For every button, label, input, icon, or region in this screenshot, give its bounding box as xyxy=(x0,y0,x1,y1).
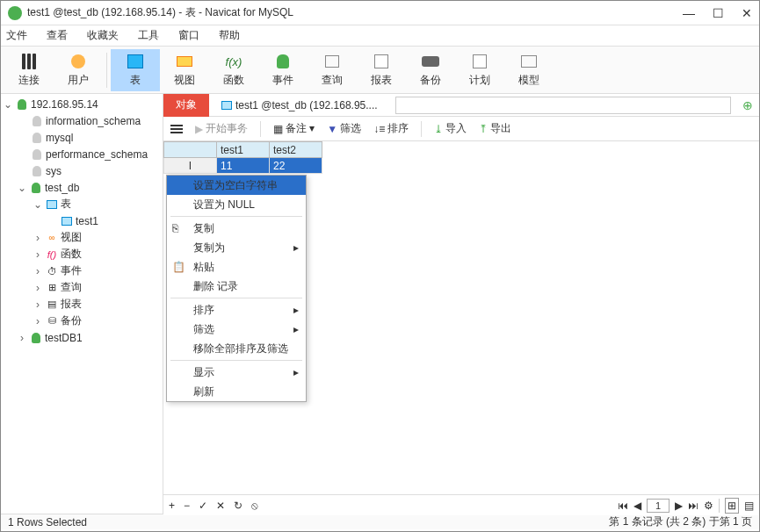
menu-help[interactable]: 帮助 xyxy=(219,28,240,43)
tree-views[interactable]: ›∞视图 xyxy=(1,229,163,246)
menu-favorites[interactable]: 收藏夹 xyxy=(87,28,119,43)
toolbar-table[interactable]: 表 xyxy=(111,49,160,91)
toolbar-function[interactable]: f(x)函数 xyxy=(209,49,258,91)
export-button[interactable]: ⤒导出 xyxy=(479,121,511,136)
minimize-button[interactable]: — xyxy=(683,6,695,20)
tree-backups[interactable]: ›⛁备份 xyxy=(1,313,163,329)
tree-tables-folder[interactable]: ⌄表 xyxy=(1,196,163,212)
menu-set-null[interactable]: 设置为 NULL xyxy=(167,195,306,214)
menu-refresh[interactable]: 刷新 xyxy=(167,382,306,401)
tree-db-item[interactable]: information_schema xyxy=(1,112,163,129)
tab-objects[interactable]: 对象 xyxy=(163,94,209,117)
prev-page-button[interactable]: ◀ xyxy=(633,500,641,512)
next-page-button[interactable]: ▶ xyxy=(675,500,683,512)
delete-row-button[interactable]: − xyxy=(184,500,190,512)
new-tab-button[interactable]: ⊕ xyxy=(736,98,759,112)
menu-paste[interactable]: 📋粘贴 xyxy=(167,257,306,277)
menu-icon[interactable] xyxy=(170,125,183,133)
toolbar-event[interactable]: 事件 xyxy=(258,49,308,91)
memo-button[interactable]: ▦备注 ▾ xyxy=(273,121,315,136)
cell[interactable]: 11 xyxy=(217,158,270,174)
menu-copy-as[interactable]: 复制为▸ xyxy=(167,238,306,257)
toolbar-report[interactable]: 报表 xyxy=(357,49,406,91)
cancel-button[interactable]: ✕ xyxy=(216,500,225,512)
menu-set-empty-string[interactable]: 设置为空白字符串 xyxy=(167,176,306,195)
tree-db-closed[interactable]: ›testDB1 xyxy=(1,329,163,346)
tree-db-item[interactable]: sys xyxy=(1,162,163,179)
menu-delete-record[interactable]: 删除 记录 xyxy=(167,277,306,296)
menubar: 文件 查看 收藏夹 工具 窗口 帮助 xyxy=(1,25,759,47)
toolbar-connection[interactable]: 连接 xyxy=(4,49,54,91)
toolbar-model[interactable]: 模型 xyxy=(504,49,554,91)
begin-transaction-button[interactable]: ▶开始事务 xyxy=(195,121,248,136)
tree-connection-label: 192.168.95.14 xyxy=(31,98,98,111)
tree-db-item[interactable]: mysql xyxy=(1,129,163,146)
tree-queries[interactable]: ›⊞查询 xyxy=(1,279,163,296)
menu-copy[interactable]: ⎘复制 xyxy=(167,219,306,238)
page-input[interactable]: 1 xyxy=(647,499,670,513)
status-record-info: 第 1 条记录 (共 2 条) 于第 1 页 xyxy=(609,514,752,529)
menu-tools[interactable]: 工具 xyxy=(138,28,159,43)
apply-button[interactable]: ✓ xyxy=(199,500,207,512)
tree-db-item[interactable]: performance_schema xyxy=(1,146,163,162)
sidebar: ⌄ 192.168.95.14 information_schema mysql… xyxy=(1,94,163,514)
menu-view[interactable]: 查看 xyxy=(47,28,68,43)
menu-remove-sort-filter[interactable]: 移除全部排序及筛选 xyxy=(167,339,306,358)
tree-db-open[interactable]: ⌄test_db xyxy=(1,179,163,196)
first-page-button[interactable]: ⏮ xyxy=(618,500,628,512)
paste-icon: 📋 xyxy=(172,261,185,273)
toolbar-user[interactable]: 用户 xyxy=(54,49,103,91)
copy-icon: ⎘ xyxy=(172,222,185,234)
sort-button[interactable]: ↓≡排序 xyxy=(373,121,409,136)
search-input[interactable] xyxy=(395,97,731,114)
grid-view-button[interactable]: ⊞ xyxy=(725,498,739,514)
tree-table-item[interactable]: test1 xyxy=(1,212,163,229)
menu-file[interactable]: 文件 xyxy=(6,28,27,43)
toolbar-backup[interactable]: 备份 xyxy=(406,49,455,91)
column-header[interactable]: test2 xyxy=(270,142,322,158)
status-bar: 1 Rows Selected 第 1 条记录 (共 2 条) 于第 1 页 xyxy=(1,514,759,529)
status-selection: 1 Rows Selected xyxy=(8,516,87,528)
tree-events[interactable]: ›⏱事件 xyxy=(1,262,163,279)
last-page-button[interactable]: ⏭ xyxy=(688,500,698,512)
import-button[interactable]: ⤓导入 xyxy=(434,121,467,136)
menu-window[interactable]: 窗口 xyxy=(178,28,199,43)
row-indicator-header xyxy=(164,142,217,158)
tab-table[interactable]: test1 @test_db (192.168.95.... xyxy=(209,94,390,117)
app-icon xyxy=(8,6,22,20)
menu-sort[interactable]: 排序▸ xyxy=(167,300,306,320)
tree-reports[interactable]: ›▤报表 xyxy=(1,296,163,313)
close-button[interactable]: ✕ xyxy=(742,6,752,20)
maximize-button[interactable]: ☐ xyxy=(713,6,724,20)
settings-icon[interactable]: ⚙ xyxy=(704,500,713,512)
row-indicator: I xyxy=(164,158,217,174)
tree-functions[interactable]: ›f()函数 xyxy=(1,246,163,262)
add-row-button[interactable]: + xyxy=(169,500,175,512)
menu-filter[interactable]: 筛选▸ xyxy=(167,320,306,339)
column-header[interactable]: test1 xyxy=(217,142,270,158)
cell[interactable]: 22 xyxy=(270,158,322,174)
filter-button[interactable]: ▼筛选 xyxy=(327,121,361,136)
stop-button[interactable]: ⦸ xyxy=(251,500,258,512)
toolbar-schedule[interactable]: 计划 xyxy=(455,49,504,91)
grid-bottom-bar: + − ✓ ✕ ↻ ⦸ ⏮ ◀ 1 ▶ ⏭ ⚙ ⊞ ▤ xyxy=(163,494,759,515)
toolbar-view[interactable]: 视图 xyxy=(160,49,209,91)
window-title: test1 @test_db (192.168.95.14) - 表 - Nav… xyxy=(27,5,683,20)
form-view-button[interactable]: ▤ xyxy=(744,500,754,512)
tab-bar: 对象 test1 @test_db (192.168.95.... ⊕ xyxy=(163,94,759,117)
refresh-button[interactable]: ↻ xyxy=(234,500,242,512)
table-row[interactable]: I 11 22 xyxy=(164,158,322,174)
context-menu: 设置为空白字符串 设置为 NULL ⎘复制 复制为▸ 📋粘贴 删除 记录 排序▸… xyxy=(166,175,307,402)
toolbar-query[interactable]: 查询 xyxy=(308,49,357,91)
menu-display[interactable]: 显示▸ xyxy=(167,363,306,382)
sub-toolbar: ▶开始事务 ▦备注 ▾ ▼筛选 ↓≡排序 ⤓导入 ⤒导出 xyxy=(163,117,759,141)
main-toolbar: 连接 用户 表 视图 f(x)函数 事件 查询 报表 备份 计划 模型 xyxy=(1,47,759,94)
tree-connection[interactable]: ⌄ 192.168.95.14 xyxy=(1,96,163,112)
